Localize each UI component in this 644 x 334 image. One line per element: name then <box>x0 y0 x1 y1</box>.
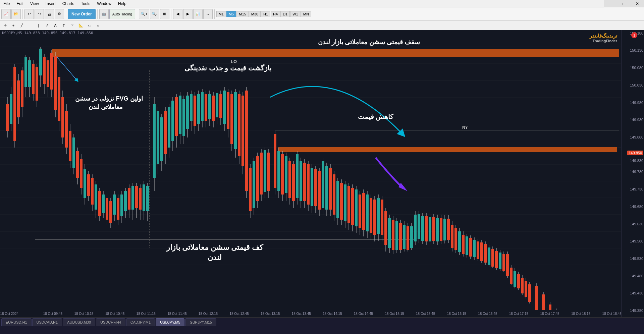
close-button[interactable]: ✕ <box>631 0 644 7</box>
svg-rect-179 <box>314 169 317 206</box>
tf-w1[interactable]: W1 <box>290 11 301 17</box>
svg-rect-279 <box>499 253 501 269</box>
open-button[interactable]: 📂 <box>11 9 21 19</box>
svg-rect-59 <box>87 174 90 196</box>
menu-window[interactable]: Window <box>94 1 115 7</box>
tf-m1[interactable]: M1 <box>216 11 226 17</box>
svg-rect-147 <box>253 161 255 208</box>
svg-rect-151 <box>260 153 263 194</box>
fit-button[interactable]: ⊞ <box>160 9 169 19</box>
zoom-in-button[interactable]: 🔍+ <box>139 9 149 19</box>
svg-rect-187 <box>329 168 332 210</box>
ellipse-button[interactable]: ○ <box>94 22 102 29</box>
svg-rect-131 <box>223 91 226 124</box>
arrow-button[interactable]: ☞ <box>68 22 76 29</box>
zoom-out-button[interactable]: 🔍- <box>150 9 159 19</box>
trendline-button[interactable]: ↗ <box>43 22 51 29</box>
svg-rect-205 <box>362 193 365 230</box>
svg-rect-79 <box>124 191 127 211</box>
tf-h1[interactable]: H1 <box>261 11 270 17</box>
redo-button[interactable]: ↪ <box>35 9 44 19</box>
svg-rect-55 <box>80 159 83 188</box>
svg-rect-119 <box>201 92 204 121</box>
candle-group-drop <box>223 87 270 218</box>
undo-button[interactable]: ↩ <box>24 9 34 19</box>
tab-cadjpy-m1[interactable]: CADJPY,M1 <box>126 318 155 326</box>
label-button[interactable]: T <box>60 22 67 29</box>
text-button[interactable]: A <box>52 22 59 29</box>
svg-rect-125 <box>212 96 215 121</box>
menu-tools[interactable]: Tools <box>77 1 94 7</box>
tf-d1[interactable]: D1 <box>280 11 290 17</box>
svg-rect-231 <box>410 226 413 248</box>
new-chart-button[interactable]: 📈 <box>1 9 11 19</box>
cursor-button[interactable]: ✛ <box>1 22 9 29</box>
menu-file[interactable]: File <box>0 1 13 7</box>
svg-rect-273 <box>488 247 490 265</box>
tab-audusd-m30[interactable]: AUDUSD,M30 <box>63 318 95 326</box>
auto-trading-button[interactable]: AutoTrading <box>109 9 136 19</box>
fvg-annotation: اولین FVG نزولی در سشن <box>75 95 143 102</box>
scroll-right-button[interactable]: ▶ <box>183 9 193 19</box>
scroll-left-button[interactable]: ◀ <box>173 9 182 19</box>
rect-button[interactable]: ▭ <box>86 22 93 29</box>
svg-rect-165 <box>288 161 291 198</box>
tab-usdjpy-m5[interactable]: USDJPY,M5 <box>156 318 184 326</box>
notification-badge[interactable]: 1 <box>631 32 637 38</box>
main-chart-area: USDJPY,M5 149.838 149.856 149.817 149.85… <box>0 30 644 327</box>
symbol-info: USDJPY,M5 149.838 149.856 149.817 149.85… <box>0 30 95 36</box>
menu-help[interactable]: Help <box>115 1 130 7</box>
menu-insert[interactable]: Insert <box>42 1 59 7</box>
svg-rect-219 <box>388 218 391 248</box>
tab-usdchf-h4[interactable]: USDCHF,H4 <box>96 318 125 326</box>
bottom-symbol-tabs: EURUSD,H1 USDCAD,H1 AUDUSD,M30 USDCHF,H4… <box>0 317 644 327</box>
svg-rect-291 <box>521 278 524 293</box>
svg-rect-209 <box>370 198 372 233</box>
maximize-button[interactable]: □ <box>617 0 631 7</box>
new-order-button[interactable]: New Order <box>68 9 96 19</box>
time-axis: 18 Oct 202418 Oct 09:4518 Oct 10:1518 Oc… <box>0 310 621 317</box>
svg-rect-129 <box>219 94 222 118</box>
tab-eurusd-h1[interactable]: EURUSD,H1 <box>1 318 32 326</box>
tf-m5[interactable]: M5 <box>226 11 236 17</box>
svg-rect-107 <box>179 96 181 134</box>
svg-rect-139 <box>238 94 240 156</box>
svg-rect-177 <box>311 168 313 206</box>
vline-button[interactable]: | <box>35 22 42 29</box>
tf-mn[interactable]: MN <box>301 11 311 17</box>
menu-view[interactable]: View <box>27 1 42 7</box>
chart-container[interactable]: USDJPY,M5 149.838 149.856 149.817 149.85… <box>0 30 644 327</box>
tf-m30[interactable]: M30 <box>249 11 261 17</box>
tf-h4[interactable]: H4 <box>271 11 280 17</box>
blue-arc-arrow <box>270 87 402 134</box>
minimize-button[interactable]: ─ <box>604 0 617 7</box>
line-button[interactable]: ╱ <box>18 22 25 29</box>
svg-rect-57 <box>84 169 86 198</box>
expert-advisor-button[interactable]: 🤖 <box>99 9 109 19</box>
menu-edit[interactable]: Edit <box>13 1 27 7</box>
timeframe-buttons: M1 M5 M15 M30 H1 H4 D1 W1 MN <box>216 11 311 17</box>
crosshair-button[interactable]: + <box>10 22 17 29</box>
svg-rect-163 <box>285 156 287 193</box>
print-button[interactable]: 🖨 <box>45 9 54 19</box>
brand-logo: تریدینگ‌فایندر TradingFinder <box>590 33 617 43</box>
hline-button[interactable]: — <box>26 22 34 29</box>
tab-usdcad-h1[interactable]: USDCAD,H1 <box>32 318 62 326</box>
svg-rect-97 <box>160 117 163 161</box>
svg-rect-109 <box>182 99 185 136</box>
svg-rect-81 <box>128 188 130 210</box>
chart-shift-button[interactable]: ↔ <box>203 9 213 19</box>
svg-rect-21 <box>17 80 20 117</box>
properties-button[interactable]: ⚙ <box>55 9 64 19</box>
menu-charts[interactable]: Charts <box>59 1 77 7</box>
tab-gbpjpy-m15[interactable]: GBPJPY,M15 <box>185 318 216 326</box>
price-label-480: 149.480 <box>630 274 643 278</box>
main-toolbar: 📈 📂 ↩ ↪ 🖨 ⚙ New Order 🤖 AutoTrading 🔍+ 🔍… <box>0 7 644 21</box>
period-sep-button[interactable]: 📊 <box>193 9 203 19</box>
fib-button[interactable]: 📐 <box>77 22 85 29</box>
svg-rect-215 <box>381 200 383 235</box>
tf-m15[interactable]: M15 <box>236 11 248 17</box>
svg-rect-265 <box>473 240 476 257</box>
toolbar-separator-5 <box>171 9 171 19</box>
price-label-880: 149.880 <box>630 135 643 139</box>
